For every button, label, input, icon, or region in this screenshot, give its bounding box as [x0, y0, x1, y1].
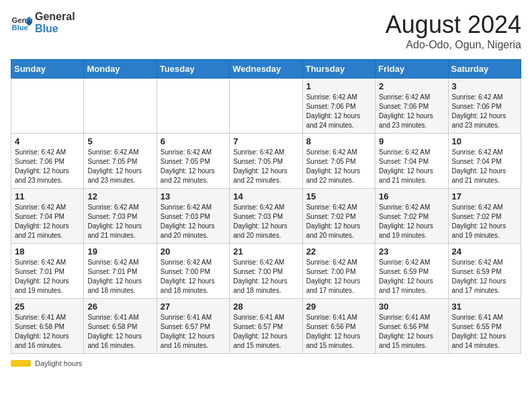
day-info: Sunrise: 6:42 AM Sunset: 7:06 PM Dayligh…	[15, 148, 80, 185]
calendar-cell: 18Sunrise: 6:42 AM Sunset: 7:01 PM Dayli…	[11, 244, 84, 299]
day-number: 1	[306, 81, 371, 91]
calendar-cell: 5Sunrise: 6:42 AM Sunset: 7:05 PM Daylig…	[84, 134, 157, 189]
day-info: Sunrise: 6:42 AM Sunset: 7:01 PM Dayligh…	[87, 258, 152, 295]
day-number: 8	[306, 136, 371, 146]
calendar-cell: 19Sunrise: 6:42 AM Sunset: 7:01 PM Dayli…	[84, 244, 157, 299]
calendar-cell: 2Sunrise: 6:42 AM Sunset: 7:06 PM Daylig…	[375, 79, 448, 134]
calendar-cell: 31Sunrise: 6:41 AM Sunset: 6:55 PM Dayli…	[448, 299, 521, 354]
day-info: Sunrise: 6:41 AM Sunset: 6:56 PM Dayligh…	[306, 313, 371, 351]
day-info: Sunrise: 6:42 AM Sunset: 7:00 PM Dayligh…	[233, 258, 298, 295]
day-number: 11	[15, 191, 80, 201]
day-info: Sunrise: 6:42 AM Sunset: 7:06 PM Dayligh…	[452, 93, 517, 130]
calendar-week-4: 18Sunrise: 6:42 AM Sunset: 7:01 PM Dayli…	[11, 244, 521, 299]
day-info: Sunrise: 6:42 AM Sunset: 7:04 PM Dayligh…	[15, 203, 80, 240]
day-info: Sunrise: 6:41 AM Sunset: 6:57 PM Dayligh…	[161, 313, 226, 351]
header-day-friday: Friday	[375, 60, 448, 79]
daylight-bar-icon	[11, 360, 31, 367]
day-number: 28	[233, 302, 298, 312]
day-info: Sunrise: 6:42 AM Sunset: 7:06 PM Dayligh…	[379, 93, 444, 130]
location: Ado-Odo, Ogun, Nigeria	[386, 39, 521, 51]
logo: General Blue General Blue	[11, 11, 75, 34]
calendar-cell: 4Sunrise: 6:42 AM Sunset: 7:06 PM Daylig…	[11, 134, 84, 189]
day-number: 19	[87, 246, 152, 257]
calendar-cell: 17Sunrise: 6:42 AM Sunset: 7:02 PM Dayli…	[448, 189, 521, 244]
calendar-cell: 7Sunrise: 6:42 AM Sunset: 7:05 PM Daylig…	[230, 134, 302, 189]
logo-blue: Blue	[35, 23, 75, 35]
day-number: 7	[233, 136, 298, 146]
calendar-week-3: 11Sunrise: 6:42 AM Sunset: 7:04 PM Dayli…	[11, 189, 521, 244]
day-info: Sunrise: 6:42 AM Sunset: 7:05 PM Dayligh…	[161, 148, 226, 185]
day-number: 15	[306, 191, 371, 201]
day-number: 25	[15, 302, 80, 312]
day-number: 16	[379, 191, 444, 201]
calendar-cell: 20Sunrise: 6:42 AM Sunset: 7:00 PM Dayli…	[157, 244, 229, 299]
day-number: 29	[306, 302, 371, 312]
calendar-cell	[84, 79, 157, 134]
day-info: Sunrise: 6:42 AM Sunset: 7:04 PM Dayligh…	[452, 148, 517, 185]
calendar-cell	[230, 79, 302, 134]
title-block: August 2024 Ado-Odo, Ogun, Nigeria	[386, 11, 521, 51]
calendar-cell	[157, 79, 229, 134]
calendar-cell: 14Sunrise: 6:42 AM Sunset: 7:03 PM Dayli…	[230, 189, 302, 244]
day-info: Sunrise: 6:42 AM Sunset: 7:02 PM Dayligh…	[452, 203, 517, 240]
day-number: 20	[161, 246, 226, 257]
calendar-cell: 26Sunrise: 6:41 AM Sunset: 6:58 PM Dayli…	[84, 299, 157, 354]
header-day-tuesday: Tuesday	[157, 60, 229, 79]
day-number: 31	[452, 302, 517, 312]
page-header: General Blue General Blue August 2024 Ad…	[11, 11, 521, 51]
day-info: Sunrise: 6:42 AM Sunset: 7:02 PM Dayligh…	[379, 203, 444, 240]
day-number: 17	[452, 191, 517, 201]
day-info: Sunrise: 6:42 AM Sunset: 7:04 PM Dayligh…	[379, 148, 444, 185]
day-number: 30	[379, 302, 444, 312]
header-day-wednesday: Wednesday	[230, 60, 302, 79]
day-number: 13	[161, 191, 226, 201]
calendar-cell: 23Sunrise: 6:42 AM Sunset: 6:59 PM Dayli…	[375, 244, 448, 299]
calendar-cell: 29Sunrise: 6:41 AM Sunset: 6:56 PM Dayli…	[302, 299, 375, 354]
day-info: Sunrise: 6:42 AM Sunset: 7:03 PM Dayligh…	[161, 203, 226, 240]
day-number: 18	[15, 246, 80, 257]
day-info: Sunrise: 6:42 AM Sunset: 7:02 PM Dayligh…	[306, 203, 371, 240]
day-info: Sunrise: 6:42 AM Sunset: 7:06 PM Dayligh…	[306, 93, 371, 130]
calendar-week-5: 25Sunrise: 6:41 AM Sunset: 6:58 PM Dayli…	[11, 299, 521, 354]
calendar-cell: 16Sunrise: 6:42 AM Sunset: 7:02 PM Dayli…	[375, 189, 448, 244]
calendar-cell: 13Sunrise: 6:42 AM Sunset: 7:03 PM Dayli…	[157, 189, 229, 244]
calendar-cell: 22Sunrise: 6:42 AM Sunset: 7:00 PM Dayli…	[302, 244, 375, 299]
svg-text:Blue: Blue	[12, 24, 28, 32]
footer: Daylight hours	[11, 359, 521, 367]
logo-general: General	[35, 11, 75, 23]
calendar-cell: 1Sunrise: 6:42 AM Sunset: 7:06 PM Daylig…	[302, 79, 375, 134]
day-number: 5	[87, 136, 152, 146]
day-info: Sunrise: 6:42 AM Sunset: 7:05 PM Dayligh…	[87, 148, 152, 185]
day-number: 4	[15, 136, 80, 146]
calendar-cell: 21Sunrise: 6:42 AM Sunset: 7:00 PM Dayli…	[230, 244, 302, 299]
calendar-cell: 11Sunrise: 6:42 AM Sunset: 7:04 PM Dayli…	[11, 189, 84, 244]
day-info: Sunrise: 6:41 AM Sunset: 6:56 PM Dayligh…	[379, 313, 444, 351]
header-day-monday: Monday	[84, 60, 157, 79]
day-number: 14	[233, 191, 298, 201]
day-info: Sunrise: 6:42 AM Sunset: 7:03 PM Dayligh…	[87, 203, 152, 240]
calendar-cell: 30Sunrise: 6:41 AM Sunset: 6:56 PM Dayli…	[375, 299, 448, 354]
calendar-cell: 8Sunrise: 6:42 AM Sunset: 7:05 PM Daylig…	[302, 134, 375, 189]
day-info: Sunrise: 6:42 AM Sunset: 7:03 PM Dayligh…	[233, 203, 298, 240]
logo-icon: General Blue	[11, 12, 32, 34]
day-info: Sunrise: 6:41 AM Sunset: 6:58 PM Dayligh…	[15, 313, 80, 351]
day-info: Sunrise: 6:42 AM Sunset: 6:59 PM Dayligh…	[379, 258, 444, 295]
month-year: August 2024	[386, 11, 521, 39]
day-info: Sunrise: 6:42 AM Sunset: 7:05 PM Dayligh…	[233, 148, 298, 185]
calendar-week-1: 1Sunrise: 6:42 AM Sunset: 7:06 PM Daylig…	[11, 79, 521, 134]
day-number: 2	[379, 81, 444, 91]
day-number: 10	[452, 136, 517, 146]
calendar-cell: 24Sunrise: 6:42 AM Sunset: 6:59 PM Dayli…	[448, 244, 521, 299]
calendar-cell: 15Sunrise: 6:42 AM Sunset: 7:02 PM Dayli…	[302, 189, 375, 244]
day-number: 24	[452, 246, 517, 257]
day-number: 23	[379, 246, 444, 257]
calendar-table: SundayMondayTuesdayWednesdayThursdayFrid…	[11, 59, 521, 354]
day-number: 6	[161, 136, 226, 146]
calendar-week-2: 4Sunrise: 6:42 AM Sunset: 7:06 PM Daylig…	[11, 134, 521, 189]
day-info: Sunrise: 6:42 AM Sunset: 7:00 PM Dayligh…	[161, 258, 226, 295]
day-info: Sunrise: 6:41 AM Sunset: 6:55 PM Dayligh…	[452, 313, 517, 351]
day-info: Sunrise: 6:42 AM Sunset: 6:59 PM Dayligh…	[452, 258, 517, 295]
calendar-cell: 10Sunrise: 6:42 AM Sunset: 7:04 PM Dayli…	[448, 134, 521, 189]
calendar-cell: 9Sunrise: 6:42 AM Sunset: 7:04 PM Daylig…	[375, 134, 448, 189]
day-info: Sunrise: 6:41 AM Sunset: 6:57 PM Dayligh…	[233, 313, 298, 351]
